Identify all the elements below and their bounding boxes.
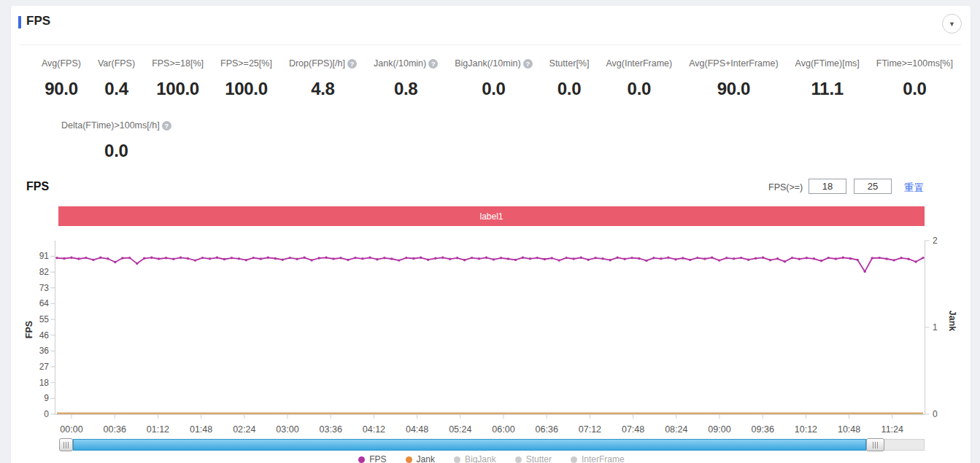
stat-label: Avg(FTime)[ms] [795, 58, 860, 69]
legend-item-jank[interactable]: Jank [406, 454, 435, 463]
header-divider [20, 44, 961, 45]
legend-dot-icon [571, 456, 577, 463]
help-icon[interactable]: ? [523, 59, 533, 69]
fps-min-input[interactable] [809, 179, 846, 194]
legend-item-stutter[interactable]: Stutter [515, 454, 552, 463]
card-title: FPS [26, 14, 50, 28]
stat-item: Delta(FTime)>100ms[/h]?0.0 [61, 120, 171, 161]
stat-item: FTime>=100ms[%]0.0 [876, 58, 953, 99]
legend-item-bigjank[interactable]: BigJank [454, 454, 496, 463]
legend-label: Jank [417, 454, 435, 463]
fps-threshold-label: FPS(>=) [768, 182, 803, 192]
chevron-down-icon: ▼ [949, 20, 955, 28]
chart-section-title: FPS [26, 180, 49, 193]
stat-value: 11.1 [811, 79, 844, 99]
stat-label: BigJank(/10min) [455, 58, 520, 69]
stat-label: Var(FPS) [98, 58, 135, 69]
stat-value: 0.0 [482, 79, 505, 99]
stat-value: 0.0 [903, 79, 926, 99]
stat-value: 90.0 [717, 79, 751, 99]
datazoom-right-handle[interactable] [866, 438, 884, 451]
stat-value: 100.0 [225, 79, 268, 99]
help-icon[interactable]: ? [162, 121, 171, 131]
fps-max-input[interactable] [854, 179, 892, 194]
stat-value: 0.0 [557, 79, 581, 99]
stat-value: 4.8 [311, 79, 334, 99]
stat-item: Avg(FPS+InterFrame)90.0 [689, 58, 778, 99]
legend-dot-icon [454, 456, 460, 463]
stat-value: 0.0 [104, 141, 128, 161]
legend-label: BigJank [465, 454, 496, 463]
stat-label: Avg(FPS+InterFrame) [689, 58, 778, 69]
stat-item: Avg(FPS)90.0 [42, 58, 81, 99]
datazoom-left-handle[interactable] [59, 438, 73, 451]
stat-label: FTime>=100ms[%] [876, 58, 953, 69]
stat-value: 0.0 [628, 79, 651, 99]
stat-item: Drop(FPS)[/h]?4.8 [289, 58, 357, 99]
grip-icon [873, 442, 879, 448]
legend-item-fps[interactable]: FPS [358, 454, 386, 463]
grip-icon [63, 442, 69, 448]
label-banner-text: label1 [479, 211, 503, 222]
help-icon[interactable]: ? [347, 59, 357, 69]
stat-item: Var(FPS)0.4 [98, 58, 135, 99]
stat-value: 0.8 [394, 79, 417, 99]
stat-item: FPS>=18[%]100.0 [152, 58, 204, 99]
legend-item-interframe[interactable]: InterFrame [571, 454, 625, 463]
chart-legend: FPSJankBigJankStutterInterFrame [58, 454, 925, 463]
stats-row-1: Avg(FPS)90.0Var(FPS)0.4FPS>=18[%]100.0FP… [42, 58, 953, 99]
legend-label: FPS [369, 454, 386, 463]
stat-item: BigJank(/10min)?0.0 [455, 58, 532, 99]
stat-label: FPS>=25[%] [220, 58, 272, 69]
reset-link[interactable]: 重置 [904, 182, 924, 195]
title-accent-bar [18, 16, 21, 28]
datazoom-window[interactable] [73, 439, 866, 451]
stat-item: FPS>=25[%]100.0 [220, 58, 272, 99]
stat-label: Stutter[%] [549, 58, 590, 69]
stat-label: Jank(/10min) [374, 58, 426, 69]
help-icon[interactable]: ? [428, 59, 438, 69]
collapse-button[interactable]: ▼ [942, 14, 962, 34]
stat-value: 0.4 [104, 79, 128, 99]
stat-label: Avg(FPS) [42, 58, 81, 69]
stat-label: Drop(FPS)[/h] [289, 58, 345, 69]
stat-value: 100.0 [156, 79, 199, 99]
legend-label: Stutter [526, 454, 552, 463]
stats-row-2: Delta(FTime)>100ms[/h]?0.0 [61, 120, 171, 161]
stat-label: FPS>=18[%] [152, 58, 204, 69]
stat-value: 90.0 [45, 79, 78, 99]
stat-label: Avg(InterFrame) [606, 58, 672, 69]
stat-item: Avg(InterFrame)0.0 [606, 58, 672, 99]
stat-item: Stutter[%]0.0 [549, 58, 590, 99]
label-banner: label1 [58, 206, 925, 226]
stat-item: Jank(/10min)?0.8 [374, 58, 438, 99]
legend-dot-icon [515, 456, 522, 463]
stat-label: Delta(FTime)>100ms[/h] [61, 120, 160, 131]
legend-dot-icon [358, 456, 365, 463]
stat-item: Avg(FTime)[ms]11.1 [795, 58, 860, 99]
legend-label: InterFrame [582, 454, 625, 463]
legend-dot-icon [406, 456, 412, 463]
